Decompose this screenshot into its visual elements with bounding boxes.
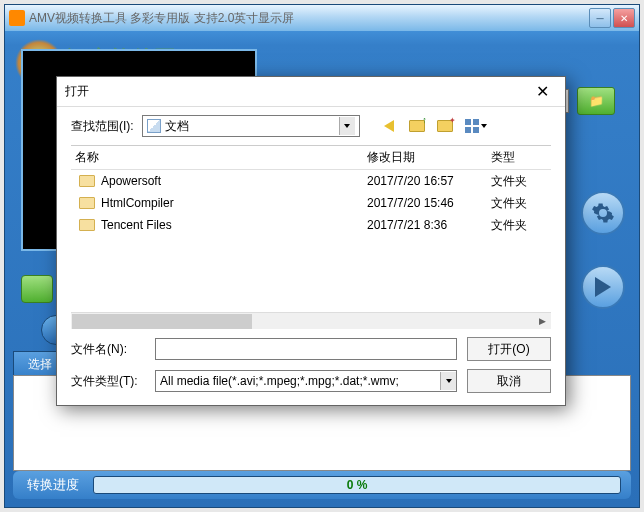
chevron-down-icon[interactable] (440, 372, 456, 390)
titlebar: AMV视频转换工具 多彩专用版 支持2.0英寸显示屏 ─ ✕ (5, 5, 639, 31)
row-date: 2017/7/20 16:57 (367, 174, 491, 188)
scrollbar-thumb[interactable] (72, 314, 252, 329)
minimize-button[interactable]: ─ (589, 8, 611, 28)
progress-bar-row: 转换进度 0 % (13, 471, 631, 499)
new-folder-button[interactable] (434, 116, 456, 136)
row-name: HtmlCompiler (101, 196, 174, 210)
row-name: Apowersoft (101, 174, 161, 188)
row-name: Tencent Files (101, 218, 172, 232)
views-menu-button[interactable] (462, 116, 490, 136)
lookin-value: 文档 (165, 118, 189, 135)
chevron-down-icon[interactable] (339, 117, 355, 135)
dialog-title: 打开 (65, 83, 527, 100)
horizontal-scrollbar[interactable]: ▶ (71, 312, 551, 329)
lookin-row: 查找范围(I): 文档 (57, 107, 565, 145)
row-date: 2017/7/20 15:46 (367, 196, 491, 210)
row-type: 文件夹 (491, 195, 551, 212)
folder-open-icon: 📁 (589, 94, 604, 108)
app-icon (9, 10, 25, 26)
progress-percent: 0 % (347, 478, 368, 492)
column-type[interactable]: 类型 (491, 149, 551, 166)
filename-input[interactable] (155, 338, 457, 360)
open-file-dialog: 打开 ✕ 查找范围(I): 文档 (56, 76, 566, 406)
lookin-label: 查找范围(I): (71, 118, 134, 135)
list-item[interactable]: HtmlCompiler 2017/7/20 15:46 文件夹 (71, 192, 551, 214)
window-title: AMV视频转换工具 多彩专用版 支持2.0英寸显示屏 (29, 10, 589, 27)
scroll-right-icon[interactable]: ▶ (534, 314, 551, 329)
row-date: 2017/7/21 8:36 (367, 218, 491, 232)
folder-icon (79, 197, 95, 209)
convert-play-button[interactable] (581, 265, 625, 309)
column-modified[interactable]: 修改日期 (367, 149, 491, 166)
dialog-bottom: 文件名(N): 打开(O) 文件类型(T): All media file(*.… (57, 329, 565, 405)
lookin-combo[interactable]: 文档 (142, 115, 360, 137)
filetype-value: All media file(*.avi;*.mpeg;*.mpg;*.dat;… (160, 374, 440, 388)
back-button[interactable] (378, 116, 400, 136)
play-media-button[interactable] (21, 275, 53, 303)
list-item[interactable]: Tencent Files 2017/7/21 8:36 文件夹 (71, 214, 551, 236)
documents-icon (147, 119, 161, 133)
settings-button[interactable] (581, 191, 625, 235)
close-icon: ✕ (536, 82, 549, 101)
filename-label: 文件名(N): (71, 341, 145, 358)
views-icon (465, 119, 479, 133)
chevron-down-icon (481, 124, 487, 128)
file-list-header: 名称 修改日期 类型 (71, 146, 551, 170)
file-list: 名称 修改日期 类型 Apowersoft 2017/7/20 16:57 文件… (71, 145, 551, 329)
filetype-combo[interactable]: All media file(*.avi;*.mpeg;*.mpg;*.dat;… (155, 370, 457, 392)
row-type: 文件夹 (491, 173, 551, 190)
file-rows: Apowersoft 2017/7/20 16:57 文件夹 HtmlCompi… (71, 170, 551, 236)
list-item[interactable]: Apowersoft 2017/7/20 16:57 文件夹 (71, 170, 551, 192)
progress-label: 转换进度 (13, 476, 93, 494)
folder-icon (79, 175, 95, 187)
nav-buttons (378, 116, 490, 136)
progress-track: 0 % (93, 476, 621, 494)
column-name[interactable]: 名称 (71, 149, 367, 166)
row-type: 文件夹 (491, 217, 551, 234)
play-icon (595, 277, 611, 297)
gear-icon (591, 201, 615, 225)
folder-up-icon (409, 120, 425, 132)
folder-icon (79, 219, 95, 231)
filetype-label: 文件类型(T): (71, 373, 145, 390)
window-controls: ─ ✕ (589, 8, 635, 28)
up-one-level-button[interactable] (406, 116, 428, 136)
close-button[interactable]: ✕ (613, 8, 635, 28)
dialog-titlebar: 打开 ✕ (57, 77, 565, 107)
side-buttons (581, 191, 625, 309)
folder-new-icon (437, 120, 453, 132)
dialog-close-button[interactable]: ✕ (527, 81, 557, 103)
cancel-button[interactable]: 取消 (467, 369, 551, 393)
arrow-left-icon (384, 120, 394, 132)
browse-input-button[interactable]: 📁 (577, 87, 615, 115)
open-button[interactable]: 打开(O) (467, 337, 551, 361)
